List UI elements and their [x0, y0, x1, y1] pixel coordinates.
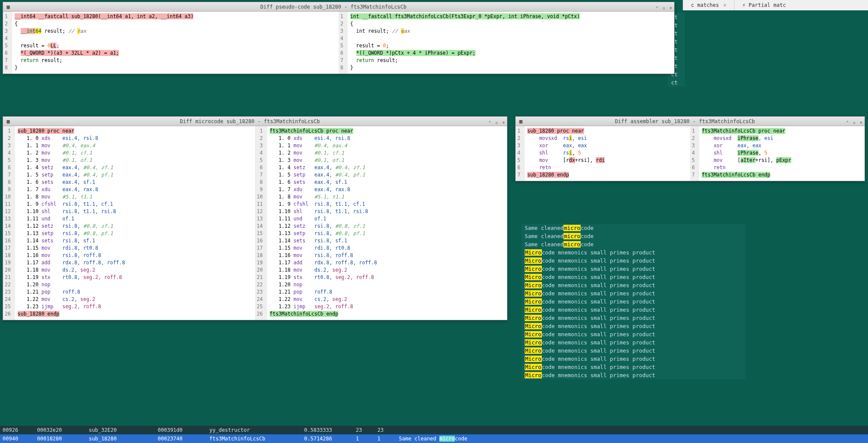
window-microcode-diff: ▦ Diff microcode sub_18280 - fts3Matchin… — [3, 116, 507, 320]
tab-c-matches[interactable]: c matches × — [683, 0, 734, 10]
window-icon: ▦ — [5, 118, 12, 125]
close-icon[interactable]: × — [667, 3, 674, 10]
close-icon[interactable]: × — [858, 118, 865, 125]
table-row[interactable]: 0092600032e20sub_32E20000391d0yy_destruc… — [0, 426, 868, 434]
bolt-icon: ⚡ — [742, 2, 745, 8]
table-row[interactable]: 0094000018280sub_1828000023740fts3Matchi… — [0, 434, 868, 443]
window-title: Diff assembler sub_18280 - fts3Matchinfo… — [526, 117, 844, 126]
maximize-icon[interactable]: ▫ — [660, 3, 667, 10]
maximize-icon[interactable]: ▫ — [851, 118, 858, 125]
background-tabs: c matches × ⚡ Partial matc — [683, 0, 868, 10]
assembler-diff-pane[interactable]: 1234567sub_18280 proc near movsxd rsi, e… — [516, 126, 865, 181]
match-table[interactable]: 0092600032e20sub_32E20000391d0yy_destruc… — [0, 426, 868, 443]
tab-partial-match[interactable]: ⚡ Partial matc — [734, 0, 793, 10]
close-icon[interactable]: × — [723, 2, 726, 8]
minimize-icon[interactable]: ⌃ — [844, 118, 851, 125]
window-title: Diff microcode sub_18280 - fts3Matchinfo… — [13, 117, 486, 126]
minimize-icon[interactable]: ⌃ — [653, 3, 660, 10]
results-text-column: Same cleaned microcodeSame cleaned micro… — [521, 224, 745, 379]
window-title: Diff pseudo-code sub_18280 - fts3Matchin… — [13, 2, 653, 12]
pseudo-diff-pane[interactable]: 12345678__int64 __fastcall sub_18280(__i… — [3, 12, 674, 74]
maximize-icon[interactable]: ▫ — [493, 118, 500, 125]
window-icon: ▦ — [5, 3, 12, 10]
window-icon: ▦ — [517, 118, 524, 125]
close-icon[interactable]: × — [500, 118, 507, 125]
minimize-icon[interactable]: ⌃ — [486, 118, 493, 125]
window-assembler-diff: ▦ Diff assembler sub_18280 - fts3Matchin… — [515, 116, 865, 181]
window-pseudo-diff: ▦ Diff pseudo-code sub_18280 - fts3Match… — [3, 2, 675, 74]
microcode-diff-pane[interactable]: 1234567891011121314151617181920212223242… — [3, 126, 507, 320]
